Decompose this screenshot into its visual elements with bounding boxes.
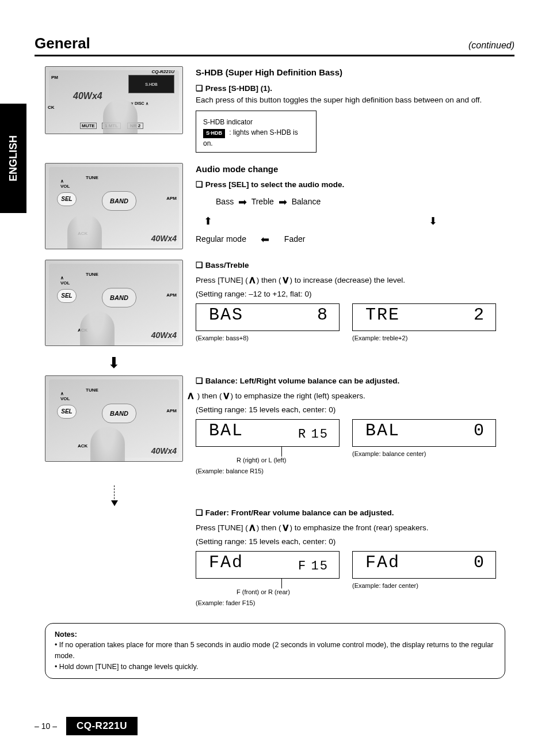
caret-up-icon: ∧ — [248, 519, 257, 535]
sel-button: SEL — [57, 405, 77, 419]
apm-label3: APM — [166, 292, 177, 298]
hand-pointer-icon — [80, 311, 115, 346]
device-illustration-tune2: ∧VOL TUNE SEL BAND APM ACK 40Wx4 — [45, 375, 183, 462]
lcd-bal1-label: BAL — [209, 418, 243, 444]
band-button: BAND — [102, 404, 136, 423]
arrow-right-icon: ➡ — [238, 196, 247, 208]
sel-button: SEL — [57, 192, 77, 206]
page-number: – 10 – — [35, 721, 57, 731]
page-title: General — [35, 35, 90, 52]
power-label3: 40Wx4 — [151, 330, 177, 340]
lcd-mini: S.HDB — [128, 75, 174, 93]
audio-step1-title: ❏ Press [SEL] to select the audio mode. — [196, 179, 505, 191]
lcd-treble-label: TRE — [365, 302, 400, 328]
shdb-chip-icon: S·HDB — [203, 129, 225, 138]
language-tab: ENGLISH — [0, 104, 26, 213]
lcd-balance2: BAL 0 — [352, 419, 496, 447]
hand-pointer-icon — [90, 427, 125, 462]
band-button: BAND — [102, 288, 136, 307]
caret-down-icon: ∨ — [281, 519, 290, 535]
lcd-fader1: FAd F 15 F (front) or R (rear) — [196, 551, 340, 579]
hand-pointer-icon — [103, 99, 138, 134]
balance-range: (Setting range: 15 levels each, center: … — [196, 404, 505, 416]
lcd-balance1: BAL R 15 R (right) or L (left) — [196, 419, 340, 447]
lcd-treble-val: 2 — [474, 302, 485, 328]
footer-model-badge: CQ-R221U — [66, 717, 138, 735]
lcd-bal2-val: 0 — [474, 418, 485, 444]
lcd-bal2-caption: (Example: balance center) — [352, 449, 496, 459]
lcd-treble-caption: (Example: treble+2) — [352, 333, 496, 343]
lcd-bass-label: BAS — [209, 302, 243, 328]
lcd-fader2: FAd 0 — [352, 551, 496, 579]
balance-pointer-label: R (right) or L (left) — [237, 455, 286, 465]
lcd-bal1-sub: R — [298, 427, 307, 442]
lcd-fad1-val: 15 — [311, 559, 329, 573]
shdb-step-title: ❏ Press [S-HDB] (1). — [196, 83, 505, 94]
apm-label: PM — [51, 75, 58, 80]
notes-box: Notes: • If no operation takes place for… — [45, 623, 505, 679]
arrow-right-icon: ➡ — [279, 196, 287, 208]
caret-down-icon: ∨ — [281, 272, 290, 287]
lcd-fad1-caption: (Example: fader F15) — [196, 598, 340, 608]
lcd-treble: TRE 2 — [352, 303, 496, 331]
vol-label: ∧VOL — [60, 391, 70, 401]
audio-heading: Audio mode change — [196, 163, 505, 176]
tune-label: TUNE — [86, 272, 98, 277]
lcd-bal1-val: 15 — [311, 427, 329, 442]
power-label: 40Wx4 — [73, 91, 102, 101]
arrow-left-icon: ⬅ — [261, 234, 269, 245]
arrow-down-big-icon: ⬇ — [45, 354, 183, 372]
apm-label2: APM — [166, 196, 177, 201]
lcd-fad1-sub: F — [298, 559, 307, 573]
lcd-bal1-caption: (Example: balance R15) — [196, 466, 340, 476]
fader-step-title: ❏ Fader: Front/Rear volume balance can b… — [196, 507, 505, 519]
band-button: BAND — [102, 191, 136, 211]
fader-pointer-label: F (front) or R (rear) — [237, 587, 290, 597]
lcd-bass: BAS 8 — [196, 303, 340, 331]
caret-up-icon: ∧ — [248, 272, 257, 287]
audio-mode-flow: Bass ➡ Treble ➡ Balance ⬆ ⬇ Regular mode — [196, 193, 505, 249]
balance-step-text: ∧ ) then (∨) to emphasize the right (lef… — [186, 387, 505, 404]
arrow-up-icon: ⬆ — [204, 212, 212, 230]
balance-step-title: ❏ Balance: Left/Right volume balance can… — [196, 375, 505, 387]
power-label4: 40Wx4 — [151, 446, 177, 455]
note-2: • Hold down [TUNE] to change levels quic… — [55, 663, 198, 671]
lcd-bass-caption: (Example: bass+8) — [196, 333, 340, 343]
bass-step-text: Press [TUNE] (∧) then (∨) to increase (d… — [196, 271, 505, 288]
ack-label: ACK — [78, 443, 87, 449]
shdb-heading: S-HDB (Super High Definition Bass) — [196, 66, 505, 79]
device-illustration-shdb: CQ-R221U PM 40Wx4 S.HDB ∨ DISC ∧ CK MUTE… — [45, 66, 183, 134]
device-illustration-sel: ∧VOL TUNE SEL BAND APM ACK 40Wx4 — [45, 163, 183, 249]
lcd-fad2-caption: (Example: fader center) — [352, 581, 496, 591]
fader-range: (Setting range: 15 levels each, center: … — [196, 536, 505, 548]
hand-pointer-icon — [67, 214, 102, 249]
apm-label4: APM — [166, 408, 177, 413]
arrow-down-icon: ⬇ — [429, 215, 437, 227]
lcd-fad1-label: FAd — [209, 550, 243, 576]
shdb-indicator-line1: S-HDB indicator — [203, 117, 309, 127]
lcd-fad2-val: 0 — [474, 550, 485, 576]
caret-up-icon: ∧ — [186, 388, 195, 403]
ck-label: CK — [48, 105, 55, 110]
page-subtitle: (continued) — [468, 40, 514, 51]
bass-range: (Setting range: –12 to +12, flat: 0) — [196, 288, 505, 300]
lcd-bal2-label: BAL — [365, 418, 400, 444]
shdb-step-text: Each press of this button toggles the su… — [196, 94, 505, 106]
device-illustration-tune1: ∧VOL TUNE SEL BAND APM ACK 40Wx4 — [45, 260, 183, 346]
notes-title: Notes: — [55, 630, 77, 639]
dashed-arrow-down-icon — [114, 485, 115, 505]
vol-label: ∧VOL — [60, 178, 70, 189]
note-1: • If no operation takes place for more t… — [55, 641, 493, 660]
tune-label: TUNE — [86, 388, 98, 393]
mute-button-label: MUTE — [80, 123, 97, 129]
shdb-indicator-box: S-HDB indicator S·HDB : lights when S-HD… — [196, 111, 317, 153]
lcd-fad2-label: FAd — [365, 550, 400, 576]
bass-step-title: ❏ Bass/Treble — [196, 260, 505, 271]
tune-label: TUNE — [86, 175, 98, 180]
power-label2: 40Wx4 — [151, 234, 177, 243]
sel-button: SEL — [57, 289, 77, 303]
caret-down-icon: ∨ — [222, 388, 231, 403]
vol-label: ∧VOL — [60, 275, 70, 286]
model-label: CQ-R221U — [151, 69, 174, 74]
fader-step-text: Press [TUNE] (∧) then (∨) to emphasize t… — [196, 519, 505, 536]
